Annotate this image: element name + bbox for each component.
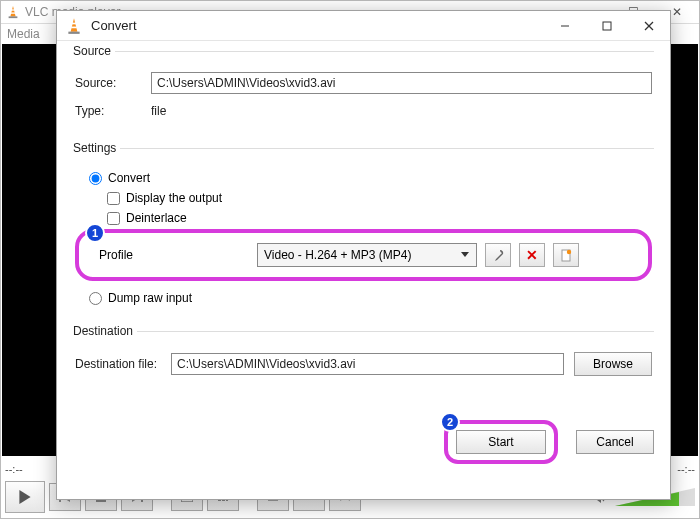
settings-group: Settings Convert Display the output Dein… [73,148,654,319]
destination-group: Destination Destination file: Browse [73,331,654,394]
svg-rect-21 [68,31,79,33]
edit-profile-button[interactable] [485,243,511,267]
menu-media[interactable]: Media [7,27,40,41]
settings-legend: Settings [73,141,120,155]
svg-rect-1 [9,16,18,18]
dialog-button-row: 2 Start Cancel [73,406,654,464]
svg-rect-23 [71,26,77,28]
display-output-input[interactable] [107,192,120,205]
svg-rect-2 [11,9,15,10]
type-label: Type: [75,104,151,118]
dump-raw-radio[interactable]: Dump raw input [89,291,652,305]
dialog-maximize-button[interactable] [586,11,628,40]
dump-raw-label: Dump raw input [108,291,192,305]
time-total: --:-- [677,463,695,475]
vlc-cone-icon [6,5,20,19]
vlc-cone-icon [65,17,83,35]
start-button[interactable]: Start [456,430,546,454]
svg-marker-4 [19,490,30,504]
source-legend: Source [73,44,115,58]
cancel-button[interactable]: Cancel [576,430,654,454]
destination-input[interactable] [171,353,564,375]
annotation-badge-1: 1 [85,223,105,243]
display-output-label: Display the output [126,191,222,205]
dialog-titlebar: Convert [57,11,670,41]
svg-rect-22 [72,22,77,24]
source-group: Source Source: Type: file [73,51,654,136]
convert-dialog: Convert Source Source: Type: file Settin… [56,10,671,500]
convert-radio[interactable]: Convert [89,171,652,185]
deinterlace-input[interactable] [107,212,120,225]
new-profile-button[interactable] [553,243,579,267]
dialog-minimize-button[interactable] [544,11,586,40]
svg-rect-3 [11,12,15,13]
time-elapsed: --:-- [5,463,23,475]
destination-label: Destination file: [75,357,171,371]
display-output-checkbox[interactable]: Display the output [107,191,652,205]
svg-marker-28 [461,252,469,257]
dialog-title: Convert [91,18,544,33]
delete-profile-button[interactable]: ✕ [519,243,545,267]
annotation-highlight-1: 1 Profile Video - H.264 + MP3 (MP4) ✕ [75,229,652,281]
profile-value: Video - H.264 + MP3 (MP4) [264,248,412,262]
new-page-icon [560,249,573,262]
destination-legend: Destination [73,324,137,338]
play-button[interactable] [5,481,45,513]
source-label: Source: [75,76,151,90]
profile-combobox[interactable]: Video - H.264 + MP3 (MP4) [257,243,477,267]
wrench-icon [492,249,505,262]
x-icon: ✕ [526,247,538,263]
source-input[interactable] [151,72,652,94]
dump-raw-input[interactable] [89,292,102,305]
deinterlace-label: Deinterlace [126,211,187,225]
profile-label: Profile [99,248,249,262]
svg-marker-0 [10,6,15,17]
chevron-down-icon [460,249,470,259]
svg-rect-25 [603,22,611,30]
annotation-badge-2: 2 [440,412,460,432]
convert-radio-label: Convert [108,171,150,185]
browse-button[interactable]: Browse [574,352,652,376]
svg-marker-20 [71,18,78,32]
dialog-close-button[interactable] [628,11,670,40]
svg-point-30 [566,249,570,253]
deinterlace-checkbox[interactable]: Deinterlace [107,211,652,225]
convert-radio-input[interactable] [89,172,102,185]
annotation-highlight-2: 2 Start [444,420,558,464]
type-value: file [151,104,166,118]
